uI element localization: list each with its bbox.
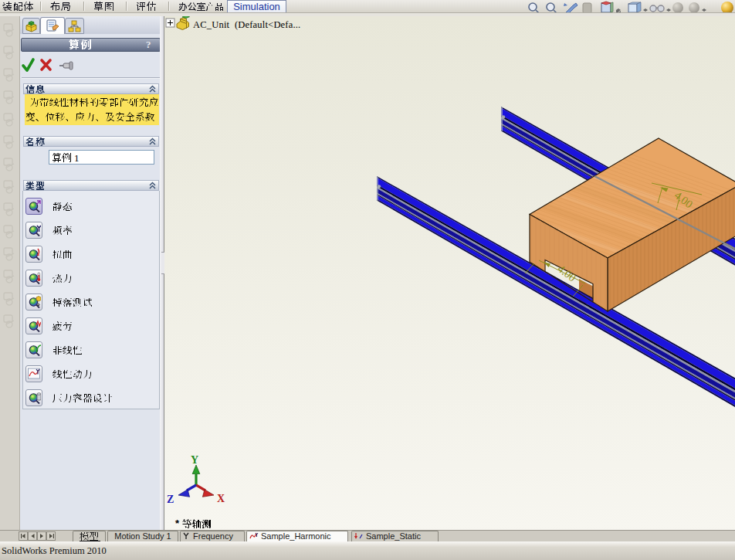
svg-text:Z: Z <box>167 494 174 505</box>
svg-text:Y: Y <box>191 454 198 466</box>
svg-text:X: X <box>217 493 225 504</box>
svg-text:*: * <box>175 518 180 529</box>
